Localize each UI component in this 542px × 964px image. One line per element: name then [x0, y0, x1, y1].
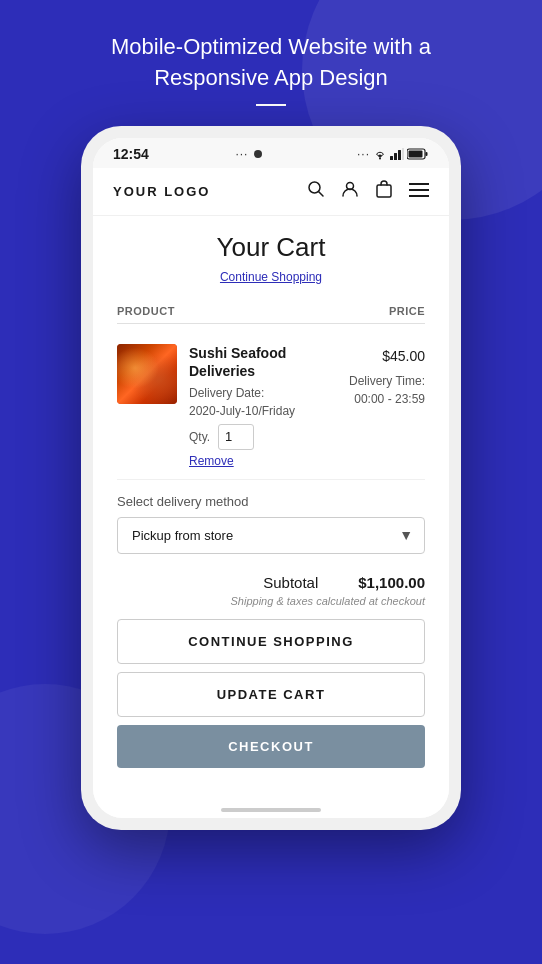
home-bar: [221, 808, 321, 812]
shipping-note: Shipping & taxes calculated at checkout: [117, 595, 425, 607]
svg-rect-11: [377, 185, 391, 197]
sushi-thumbnail: [117, 344, 177, 404]
col-product: PRODUCT: [117, 305, 175, 317]
table-header: PRODUCT PRICE: [117, 299, 425, 324]
subtotal-amount: $1,100.00: [358, 574, 425, 591]
dots-icon: ···: [235, 147, 248, 161]
status-icons-left: ···: [235, 147, 270, 161]
checkout-button[interactable]: CHECKOUT: [117, 725, 425, 768]
qty-row: Qty.: [189, 424, 337, 450]
col-price: PRICE: [389, 305, 425, 317]
svg-rect-6: [409, 150, 423, 157]
subtotal-row: Subtotal $1,100.00: [117, 560, 425, 595]
update-cart-button[interactable]: UPDATE CART: [117, 672, 425, 717]
delivery-section: Select delivery method Pickup from store…: [117, 480, 425, 560]
cart-title: Your Cart: [117, 232, 425, 263]
search-icon[interactable]: [307, 180, 325, 203]
status-bar: 12:54 ··· ···: [93, 138, 449, 168]
svg-point-0: [379, 157, 381, 159]
wifi-icon: [373, 148, 387, 160]
camera-icon: [254, 150, 262, 158]
cart-content: Your Cart Continue Shopping PRODUCT PRIC…: [93, 216, 449, 800]
phone-screen: 12:54 ··· ···: [93, 138, 449, 818]
header-divider: [256, 104, 286, 106]
user-icon[interactable]: [341, 180, 359, 203]
more-dots-icon: ···: [357, 147, 370, 161]
qty-label: Qty.: [189, 430, 210, 444]
continue-shopping-button[interactable]: CONTINUE SHOPPING: [117, 619, 425, 664]
svg-line-9: [319, 191, 324, 196]
delivery-select[interactable]: Pickup from store Home delivery Express …: [117, 517, 425, 554]
remove-link[interactable]: Remove: [189, 454, 234, 468]
battery-icon: [407, 148, 429, 160]
nav-bar: YOUR LOGO: [93, 168, 449, 216]
bag-icon[interactable]: [375, 180, 393, 203]
product-image: [117, 344, 177, 404]
product-delivery-time-price: $45.00 Delivery Time: 00:00 - 23:59: [349, 344, 425, 469]
continue-shopping-link-top[interactable]: Continue Shopping: [117, 267, 425, 285]
product-price: $45.00: [382, 346, 425, 364]
signal-icon: [390, 148, 404, 160]
status-time: 12:54: [113, 146, 149, 162]
qty-input[interactable]: [218, 424, 254, 450]
product-details: Sushi Seafood Deliveries Delivery Date: …: [189, 344, 337, 469]
product-name: Sushi Seafood Deliveries: [189, 344, 337, 380]
home-indicator: [93, 800, 449, 818]
subtotal-label: Subtotal: [263, 574, 318, 591]
svg-rect-2: [394, 153, 397, 160]
svg-rect-1: [390, 156, 393, 160]
nav-icons: [307, 180, 429, 203]
svg-rect-7: [426, 152, 428, 156]
menu-icon[interactable]: [409, 181, 429, 202]
logo: YOUR LOGO: [113, 184, 210, 199]
product-row: Sushi Seafood Deliveries Delivery Date: …: [117, 334, 425, 480]
delivery-time: Delivery Time: 00:00 - 23:59: [349, 372, 425, 408]
svg-rect-4: [402, 148, 404, 160]
phone-frame: 12:54 ··· ···: [81, 126, 461, 830]
delivery-date: Delivery Date: 2020-July-10/Friday: [189, 384, 337, 420]
delivery-select-wrap: Pickup from store Home delivery Express …: [117, 517, 425, 554]
status-icons-right: ···: [357, 147, 429, 161]
delivery-method-label: Select delivery method: [117, 494, 425, 509]
svg-rect-3: [398, 150, 401, 160]
